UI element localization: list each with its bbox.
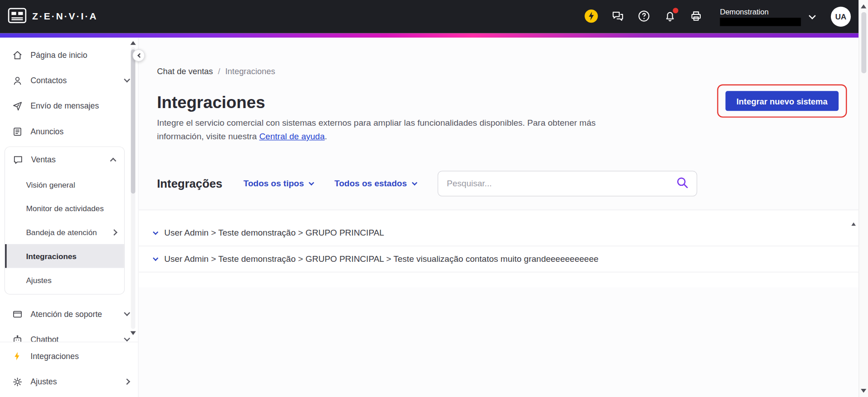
contacts-icon — [11, 75, 24, 86]
sidebar-item-sales[interactable]: Ventas — [5, 147, 124, 172]
home-icon — [11, 49, 24, 61]
notification-badge — [673, 8, 678, 13]
gear-icon — [11, 376, 24, 388]
sidebar-collapse-button[interactable] — [132, 49, 145, 61]
sidebar: Página de inicio Contactos Envío de mens… — [0, 38, 139, 397]
chevron-down-icon — [124, 76, 130, 82]
sidebar-subitem-settings[interactable]: Ajustes — [5, 268, 124, 292]
sidebar-subitem-activity-monitor[interactable]: Monitor de actividades — [5, 196, 124, 220]
scrollbar-thumb[interactable] — [131, 49, 136, 194]
scroll-up-icon[interactable] — [861, 5, 866, 9]
help-center-link[interactable]: Central de ayuda — [259, 132, 325, 141]
redaction-bar — [720, 18, 801, 26]
chevron-down-icon[interactable] — [153, 229, 158, 235]
integration-row-label: User Admin > Teste demonstração > GRUPO … — [164, 228, 384, 238]
conversations-button[interactable] — [611, 9, 624, 24]
sidebar-item-home[interactable]: Página de inicio — [0, 42, 138, 67]
chatbot-icon — [11, 334, 24, 342]
account-switcher[interactable]: Demonstration — [720, 8, 815, 26]
scrollbar-thumb[interactable] — [861, 12, 866, 73]
sidebar-subitem-overview[interactable]: Visión general — [5, 173, 124, 197]
sidebar-item-label: Página de inicio — [30, 51, 129, 60]
sidebar-item-label: Integraciones — [30, 352, 129, 361]
section-title: Integrações — [157, 177, 222, 190]
sidebar-item-label: Envío de mensajes — [30, 102, 129, 111]
sidebar-item-label: Atención de soporte — [30, 310, 118, 319]
sidebar-footer-settings[interactable]: Ajustes — [0, 369, 138, 394]
page-description: Integre el servicio comercial con sistem… — [157, 117, 612, 143]
status-filter-label: Todos os estados — [335, 179, 407, 189]
page-header: Integraciones Integre el servicio comerc… — [157, 84, 859, 143]
brand-gradient-bar — [0, 33, 859, 38]
conversations-icon — [611, 9, 624, 24]
breadcrumb-separator: / — [218, 66, 220, 76]
support-icon — [11, 308, 24, 320]
sidebar-footer-integrations[interactable]: Integraciones — [0, 343, 138, 369]
breadcrumb: Chat de ventas / Integraciones — [157, 66, 859, 76]
sidebar-item-contacts[interactable]: Contactos — [0, 68, 138, 93]
sidebar-subitem-label: Monitor de actividades — [26, 204, 104, 213]
search-icon[interactable] — [675, 176, 689, 191]
sidebar-group-sales: Ventas Visión general Monitor de activid… — [5, 147, 125, 295]
chevron-right-icon — [111, 229, 118, 235]
status-filter-dropdown[interactable]: Todos os estados — [335, 179, 416, 189]
announcements-icon — [11, 126, 24, 137]
window-scrollbar[interactable] — [859, 0, 868, 397]
description-text: Integre el servicio comercial con sistem… — [157, 118, 595, 141]
flash-button[interactable] — [584, 9, 599, 25]
list-scroll-up-icon[interactable] — [851, 213, 856, 223]
sidebar-item-messaging[interactable]: Envío de mensajes — [0, 93, 138, 118]
sidebar-subitem-integrations[interactable]: Integraciones — [5, 244, 124, 268]
zenvia-logo-icon — [8, 8, 27, 25]
main-content: Chat de ventas / Integraciones Integraci… — [139, 38, 859, 397]
search-input[interactable] — [447, 179, 675, 189]
sidebar-scrollbar[interactable] — [130, 41, 137, 335]
filter-bar: Integrações Todos os tipos Todos os esta… — [157, 171, 859, 196]
sales-chat-icon — [12, 154, 24, 165]
chevron-down-icon — [411, 180, 417, 185]
print-button[interactable] — [689, 9, 703, 24]
send-icon — [11, 100, 24, 112]
scroll-down-icon[interactable] — [861, 389, 866, 393]
sidebar-subitem-inbox[interactable]: Bandeja de atención — [5, 220, 124, 244]
notifications-button[interactable] — [663, 9, 676, 24]
breadcrumb-current: Integraciones — [225, 66, 275, 76]
scrollbar-track[interactable] — [131, 47, 136, 329]
sidebar-footer: Integraciones Ajustes — [0, 342, 138, 397]
chevron-right-icon — [124, 378, 130, 385]
app-window: Z·E·N·V·I·A — [0, 0, 868, 397]
sidebar-item-label: Ajustes — [30, 377, 118, 386]
sidebar-item-label: Ventas — [31, 156, 104, 165]
description-text: . — [325, 132, 327, 141]
sidebar-subitem-label: Visión general — [26, 180, 75, 189]
search-box — [437, 171, 697, 196]
sidebar-item-chatbot[interactable]: Chatbot — [0, 327, 138, 342]
page-header-text: Integraciones Integre el servicio comerc… — [157, 84, 612, 143]
type-filter-dropdown[interactable]: Todos os tipos — [243, 179, 313, 189]
printer-icon — [689, 9, 703, 24]
sidebar-subitem-label: Bandeja de atención — [26, 228, 97, 237]
chevron-down-icon[interactable] — [153, 255, 158, 260]
topbar-actions: Demonstration UA — [584, 7, 851, 27]
sidebar-item-announcements[interactable]: Anuncios — [0, 119, 138, 144]
avatar[interactable]: UA — [831, 7, 851, 27]
integrations-list: User Admin > Teste demonstração > GRUPO … — [139, 210, 859, 288]
avatar-initials: UA — [835, 12, 846, 21]
sidebar-item-support[interactable]: Atención de soporte — [0, 301, 138, 326]
scroll-up-icon[interactable] — [130, 41, 136, 45]
chevron-left-icon — [137, 53, 142, 57]
help-icon — [637, 9, 651, 24]
sidebar-item-label: Contactos — [30, 76, 118, 85]
scroll-down-icon[interactable] — [130, 331, 136, 335]
brand[interactable]: Z·E·N·V·I·A — [8, 8, 98, 25]
breadcrumb-parent[interactable]: Chat de ventas — [157, 66, 213, 76]
sidebar-subitem-label: Integraciones — [26, 251, 77, 260]
integrate-new-system-button[interactable]: Integrar nuevo sistema — [725, 91, 839, 111]
sidebar-subitem-label: Ajustes — [26, 275, 52, 284]
type-filter-label: Todos os tipos — [243, 179, 304, 189]
annotation-highlight-box: Integrar nuevo sistema — [717, 84, 847, 118]
integration-row[interactable]: User Admin > Teste demonstração > GRUPO … — [139, 220, 859, 246]
integration-row[interactable]: User Admin > Teste demonstração > GRUPO … — [139, 246, 859, 273]
help-button[interactable] — [637, 9, 651, 24]
flash-icon — [584, 9, 599, 25]
